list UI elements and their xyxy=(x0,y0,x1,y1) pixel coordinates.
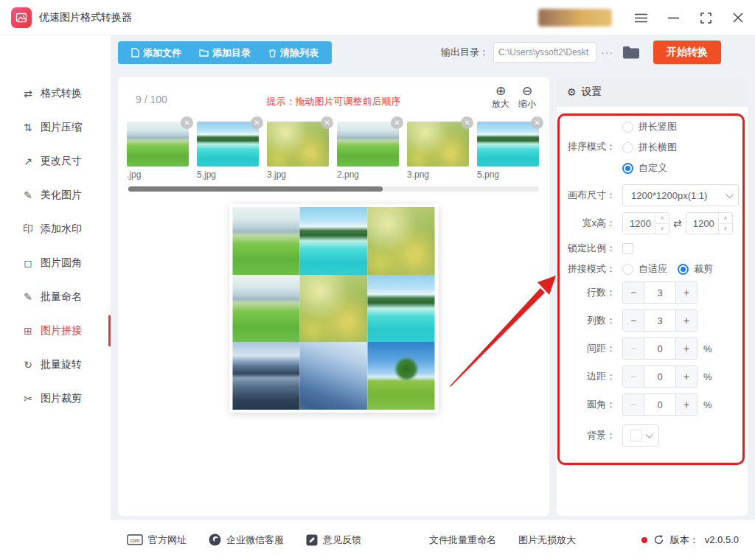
minimize-button[interactable] xyxy=(667,11,680,24)
redacted-text-2 xyxy=(538,9,612,27)
redacted-text-1 xyxy=(417,9,529,27)
thumbnail-filename: 5.jpg xyxy=(197,169,259,180)
sidebar-item-round-corner[interactable]: ◻图片圆角 xyxy=(0,246,111,280)
refresh-icon[interactable] xyxy=(653,534,664,545)
trash-icon xyxy=(268,49,276,57)
chevron-down-icon xyxy=(646,431,653,438)
file-icon xyxy=(131,48,139,57)
minus-button[interactable]: − xyxy=(623,338,644,359)
zoom-in-button[interactable]: ⊕ 放大 xyxy=(492,85,509,111)
thumbnail-item[interactable]: ✕ 5.jpg xyxy=(197,122,259,180)
feedback-link[interactable]: 意见反馈 xyxy=(306,533,361,547)
cols-value[interactable]: 3 xyxy=(644,310,676,331)
plus-button[interactable]: + xyxy=(676,366,697,387)
more-options-button[interactable]: ··· xyxy=(601,46,613,58)
clear-list-button[interactable]: 清除列表 xyxy=(260,46,327,60)
output-dir-input[interactable] xyxy=(493,42,596,63)
preview-cell xyxy=(300,207,368,275)
open-folder-icon[interactable] xyxy=(622,46,640,60)
watermark-icon: 印 xyxy=(21,223,35,236)
thumbnail-filename: 3.jpg xyxy=(267,169,329,180)
sidebar-item-batch-rename[interactable]: ✎批量命名 xyxy=(0,280,111,314)
sidebar-item-stitch[interactable]: ⊞图片拼接 xyxy=(0,314,111,348)
plus-button[interactable]: + xyxy=(676,394,697,415)
radio-icon xyxy=(622,122,633,133)
background-color-select[interactable] xyxy=(622,424,659,447)
sidebar-item-watermark[interactable]: 印添加水印 xyxy=(0,212,111,246)
cols-stepper: − 3 + xyxy=(622,309,697,332)
plus-button[interactable]: + xyxy=(676,310,697,331)
radio-vertical-stitch[interactable]: 拼长竖图 xyxy=(622,120,677,133)
radio-custom[interactable]: 自定义 xyxy=(622,161,677,175)
wechat-support-link[interactable]: 企业微信客服 xyxy=(209,533,284,547)
close-button[interactable] xyxy=(731,11,745,24)
minus-button[interactable]: − xyxy=(623,282,644,303)
minus-button[interactable]: − xyxy=(623,310,644,331)
sidebar-item-resize[interactable]: ↗更改尺寸 xyxy=(0,144,111,178)
rows-value[interactable]: 3 xyxy=(644,282,676,303)
start-convert-button[interactable]: 开始转换 xyxy=(653,41,721,64)
zoom-out-button[interactable]: ⊖ 缩小 xyxy=(518,85,536,111)
thumbnail-item[interactable]: ✕ 2.png xyxy=(337,122,399,180)
radio-horizontal-stitch[interactable]: 拼长横图 xyxy=(622,141,677,154)
sidebar-item-beautify[interactable]: ✎美化图片 xyxy=(0,178,111,212)
sidebar: ⇄格式转换 ⇅图片压缩 ↗更改尺寸 ✎美化图片 印添加水印 ◻图片圆角 ✎批量命… xyxy=(0,35,111,560)
official-website-link[interactable]: com 官方网址 xyxy=(127,533,187,547)
thumbnail-item[interactable]: ✕ .jpg xyxy=(127,122,189,180)
increase-width-icon[interactable]: ∧ xyxy=(655,213,669,223)
swap-wh-icon[interactable]: ⇄ xyxy=(673,217,682,229)
percent-suffix: % xyxy=(703,343,712,354)
file-list-panel: 9 / 100 提示：拖动图片可调整前后顺序 ⊕ 放大 ⊖ 缩小 ✕ .jpg … xyxy=(118,77,549,516)
remove-thumb-icon[interactable]: ✕ xyxy=(251,116,263,129)
gap-label: 间距： xyxy=(564,342,616,355)
rows-label: 行数： xyxy=(564,286,616,299)
gap-value[interactable]: 0 xyxy=(644,338,676,359)
radio-crop[interactable]: 裁剪 xyxy=(678,262,713,276)
sidebar-item-format-convert[interactable]: ⇄格式转换 xyxy=(0,77,111,111)
menu-icon[interactable] xyxy=(634,11,647,24)
canvas-size-select[interactable]: 1200*1200px(1:1) xyxy=(622,184,739,206)
maximize-button[interactable] xyxy=(699,11,712,24)
increase-height-icon[interactable]: ∧ xyxy=(719,213,732,223)
remove-thumb-icon[interactable]: ✕ xyxy=(181,116,193,129)
feedback-icon xyxy=(306,534,318,546)
thumbnail-filename: 2.png xyxy=(337,169,399,180)
percent-suffix: % xyxy=(703,399,712,410)
lossless-upscale-link[interactable]: 图片无损放大 xyxy=(518,533,576,547)
plus-button[interactable]: + xyxy=(676,338,697,359)
width-input[interactable] xyxy=(623,213,653,234)
minus-button[interactable]: − xyxy=(623,394,644,415)
margin-stepper: − 0 + xyxy=(622,365,697,388)
crop-icon: ✂ xyxy=(21,393,35,405)
add-file-button[interactable]: 添加文件 xyxy=(122,46,190,60)
sidebar-item-crop[interactable]: ✂图片裁剪 xyxy=(0,382,111,416)
sidebar-item-compress[interactable]: ⇅图片压缩 xyxy=(0,111,111,144)
decrease-width-icon[interactable]: ∨ xyxy=(655,223,669,234)
thumbnail-filename: .jpg xyxy=(127,169,189,180)
width-stepper[interactable]: ∧∨ xyxy=(622,212,669,234)
remove-thumb-icon[interactable]: ✕ xyxy=(531,116,543,129)
thumbnail-item[interactable]: ✕ 3.png xyxy=(407,122,469,180)
radio-adaptive[interactable]: 自适应 xyxy=(622,262,667,276)
margin-value[interactable]: 0 xyxy=(644,366,676,387)
remove-thumb-icon[interactable]: ✕ xyxy=(461,116,473,129)
decrease-height-icon[interactable]: ∨ xyxy=(719,223,732,234)
radius-label: 圆角： xyxy=(564,398,616,411)
resize-icon: ↗ xyxy=(21,155,35,167)
gap-stepper: − 0 + xyxy=(622,337,697,360)
thumbnail-item[interactable]: ✕ 5.png xyxy=(477,122,539,180)
color-swatch xyxy=(630,430,642,441)
radius-value[interactable]: 0 xyxy=(644,394,676,415)
minus-button[interactable]: − xyxy=(623,366,644,387)
plus-button[interactable]: + xyxy=(676,282,697,303)
sidebar-item-batch-rotate[interactable]: ↻批量旋转 xyxy=(0,348,111,382)
scrollbar-thumb[interactable] xyxy=(128,186,383,192)
batch-rename-link[interactable]: 文件批量重命名 xyxy=(429,533,496,547)
remove-thumb-icon[interactable]: ✕ xyxy=(391,116,403,129)
remove-thumb-icon[interactable]: ✕ xyxy=(321,116,333,129)
lock-ratio-checkbox[interactable] xyxy=(622,243,633,254)
height-input[interactable] xyxy=(686,213,716,234)
add-folder-button[interactable]: 添加目录 xyxy=(190,46,260,60)
thumbnail-item[interactable]: ✕ 3.jpg xyxy=(267,122,329,180)
height-stepper[interactable]: ∧∨ xyxy=(686,212,733,234)
